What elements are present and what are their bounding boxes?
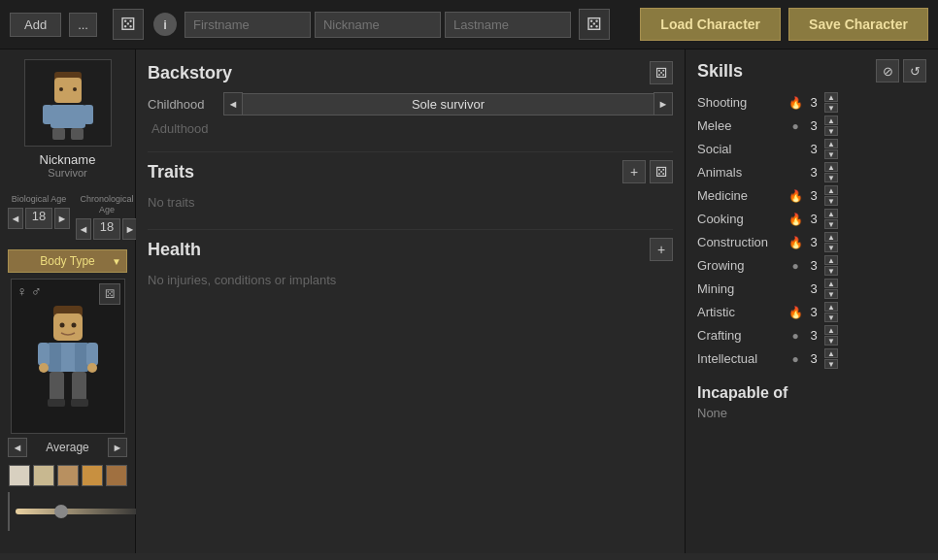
health-title: Health — [148, 240, 201, 260]
right-panel: Skills ⊘ ↺ Shooting 🔥 3 ▲ ▼ Melee ● 3 — [686, 49, 938, 553]
body-type-wrapper: Body Type — [8, 249, 127, 273]
skill-dec[interactable]: ▼ — [824, 103, 838, 113]
skill-name: Artistic — [697, 305, 785, 319]
skill-dec[interactable]: ▼ — [824, 336, 838, 346]
childhood-value: Sole survivor — [243, 93, 653, 115]
skill-arrows: ▲ ▼ — [824, 325, 838, 346]
health-section: Health + No injuries, conditions or impl… — [148, 238, 673, 291]
skill-bar-area: 3 ▲ ▼ — [806, 348, 926, 369]
skill-bar-area: 3 ▲ ▼ — [806, 185, 926, 206]
bio-age-dec[interactable]: ◄ — [8, 208, 23, 229]
chron-age-dec[interactable]: ◄ — [76, 218, 91, 240]
childhood-row: Childhood ◄ Sole survivor ► — [148, 92, 673, 115]
skill-arrows: ▲ ▼ — [824, 139, 838, 159]
save-character-button[interactable]: Save Character — [788, 8, 928, 41]
body-type-select[interactable]: Body Type — [8, 249, 127, 273]
skill-inc[interactable]: ▲ — [824, 232, 838, 242]
skill-inc[interactable]: ▲ — [824, 162, 838, 172]
gender-icons[interactable]: ♀ ♂ — [17, 283, 42, 299]
skill-dec[interactable]: ▼ — [824, 173, 838, 182]
svg-point-2 — [59, 87, 63, 91]
traits-dice-btn[interactable]: ⚄ — [650, 160, 673, 183]
skill-dec[interactable]: ▼ — [824, 149, 838, 159]
backstory-section: Backstory ⚄ Childhood ◄ Sole survivor ► … — [148, 61, 673, 136]
lastname-input[interactable] — [445, 12, 571, 38]
childhood-next[interactable]: ► — [653, 92, 673, 115]
svg-rect-4 — [50, 105, 85, 128]
swatch-2[interactable] — [33, 465, 54, 486]
skill-value: 3 — [806, 212, 821, 226]
skill-value: 3 — [806, 328, 821, 343]
skill-row: Growing ● 3 ▲ ▼ — [697, 255, 926, 276]
skill-dec[interactable]: ▼ — [824, 126, 838, 136]
skill-inc[interactable]: ▲ — [824, 209, 838, 218]
childhood-label: Childhood — [148, 97, 216, 112]
skill-dec[interactable]: ▼ — [824, 266, 838, 276]
traits-add-btn[interactable]: + — [622, 160, 646, 183]
skill-inc[interactable]: ▲ — [824, 348, 838, 358]
skill-inc[interactable]: ▲ — [824, 115, 838, 125]
skill-dec[interactable]: ▼ — [824, 359, 838, 369]
health-actions: + — [650, 238, 673, 261]
swatch-4[interactable] — [82, 465, 103, 486]
skill-inc[interactable]: ▲ — [824, 92, 838, 102]
more-button[interactable]: ... — [69, 13, 97, 37]
main-content: Nickname Survivor Biological Age ◄ 18 ► … — [0, 49, 938, 553]
skill-dec[interactable]: ▼ — [824, 289, 838, 299]
svg-rect-23 — [71, 399, 88, 407]
skill-dec[interactable]: ▼ — [824, 219, 838, 229]
skills-random-btn[interactable]: ↺ — [903, 59, 926, 82]
dice-icon-left[interactable]: ⚄ — [113, 9, 144, 40]
swatch-3[interactable] — [57, 465, 79, 486]
bio-age-inc[interactable]: ► — [54, 208, 70, 229]
chron-age-value: 18 — [93, 218, 120, 240]
passion-flame-icon: 🔥 — [788, 96, 802, 110]
backstory-header: Backstory ⚄ — [148, 61, 673, 84]
backstory-dice-btn[interactable]: ⚄ — [650, 61, 673, 84]
skill-inc[interactable]: ▲ — [824, 139, 838, 148]
skill-value: 3 — [806, 305, 821, 319]
skill-row: Melee ● 3 ▲ ▼ — [697, 115, 926, 136]
skill-inc[interactable]: ▲ — [824, 302, 838, 312]
body-style-prev[interactable]: ◄ — [8, 438, 27, 457]
skill-name: Animals — [697, 165, 785, 180]
skill-name: Medicine — [697, 188, 785, 203]
skill-dec[interactable]: ▼ — [824, 196, 838, 206]
passion-dot-icon: ● — [788, 119, 802, 133]
skill-dec[interactable]: ▼ — [824, 243, 838, 252]
skill-row: Shooting 🔥 3 ▲ ▼ — [697, 92, 926, 113]
skills-reset-btn[interactable]: ⊘ — [876, 59, 899, 82]
char-title: Survivor — [48, 167, 86, 179]
swatch-1[interactable] — [9, 465, 30, 486]
skill-row: Medicine 🔥 3 ▲ ▼ — [697, 185, 926, 206]
skill-name: Shooting — [697, 95, 785, 110]
skill-inc[interactable]: ▲ — [824, 279, 838, 288]
svg-rect-16 — [38, 343, 50, 366]
skill-inc[interactable]: ▲ — [824, 325, 838, 335]
health-add-btn[interactable]: + — [650, 238, 673, 261]
firstname-input[interactable] — [184, 12, 311, 38]
body-style-row: ◄ Average ► — [8, 438, 127, 457]
dice-preview-icon[interactable]: ⚄ — [99, 283, 120, 305]
childhood-prev[interactable]: ◄ — [223, 92, 243, 115]
svg-point-12 — [71, 322, 76, 327]
char-name: Nickname — [40, 152, 96, 167]
skin-slider[interactable] — [16, 509, 141, 514]
passion-dot-icon: ● — [788, 352, 802, 366]
nickname-input[interactable] — [315, 12, 441, 38]
skill-dec[interactable]: ▼ — [824, 313, 838, 322]
load-character-button[interactable]: Load Character — [640, 8, 781, 41]
color-swatches — [9, 465, 127, 486]
dice-icon-right[interactable]: ⚄ — [579, 9, 610, 40]
skill-arrows: ▲ ▼ — [824, 255, 838, 276]
swatch-5[interactable] — [106, 465, 127, 486]
skill-inc[interactable]: ▲ — [824, 185, 838, 195]
body-style-next[interactable]: ► — [108, 438, 127, 457]
skill-value: 3 — [806, 95, 821, 110]
health-empty: No injuries, conditions or implants — [148, 269, 673, 291]
info-icon[interactable]: i — [153, 13, 177, 36]
skill-inc[interactable]: ▲ — [824, 255, 838, 265]
add-button[interactable]: Add — [10, 13, 61, 37]
chron-age-label: Chronological Age — [76, 194, 138, 215]
svg-rect-7 — [52, 128, 65, 140]
